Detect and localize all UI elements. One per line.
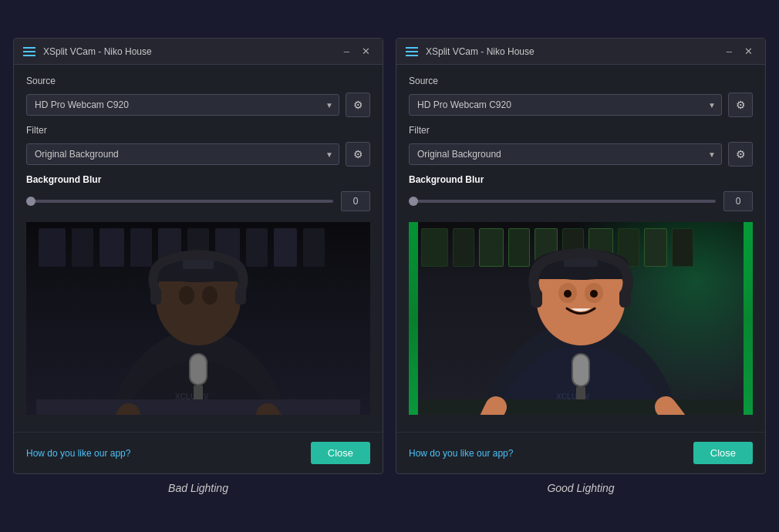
- caption-right-cell: Good Lighting: [396, 474, 766, 494]
- person-bright: XCLUSIV EARLY: [409, 222, 753, 415]
- svg-rect-33: [419, 399, 743, 415]
- source-select-right[interactable]: HD Pro Webcam C920: [409, 94, 722, 116]
- panel-footer-left: How do you like our app? Close: [14, 432, 383, 473]
- captions-row: Bad Lighting Good Lighting: [13, 474, 766, 494]
- caption-right: Good Lighting: [396, 482, 766, 494]
- blur-value-left: 0: [341, 191, 370, 211]
- svg-rect-8: [150, 288, 161, 305]
- person-dark: XCLUSIV EARLY: [26, 222, 370, 415]
- blur-row-right: 0: [409, 191, 753, 211]
- source-section-left: Source HD Pro Webcam C920 ▼ ⚙: [26, 76, 370, 117]
- window-title-right: XSplit VCam - Niko House: [426, 46, 716, 57]
- svg-rect-31: [573, 355, 588, 386]
- caption-left: Bad Lighting: [13, 482, 383, 494]
- video-area-left: XCLUSIV EARLY: [26, 222, 370, 415]
- source-label-left: Source: [26, 76, 370, 86]
- filter-gear-button-left[interactable]: ⚙: [346, 142, 370, 167]
- filter-select-wrapper-left: Original Background Background Blur Virt…: [26, 143, 339, 165]
- close-window-button-right[interactable]: ✕: [741, 45, 756, 58]
- scene-dark: XCLUSIV EARLY: [26, 222, 370, 415]
- source-gear-button-right[interactable]: ⚙: [728, 93, 753, 117]
- blur-label-left: Background Blur: [26, 174, 370, 185]
- filter-label-right: Filter: [409, 125, 753, 136]
- blur-value-right: 0: [723, 191, 753, 211]
- feedback-link-left[interactable]: How do you like our app?: [26, 448, 130, 459]
- close-window-button-left[interactable]: ✕: [359, 45, 373, 58]
- filter-gear-button-right[interactable]: ⚙: [728, 142, 753, 167]
- title-bar-right: XSplit VCam - Niko House – ✕: [396, 39, 765, 65]
- close-button-left[interactable]: Close: [311, 442, 370, 464]
- window-controls-right: – ✕: [723, 45, 756, 58]
- source-select-wrapper-right: HD Pro Webcam C920 ▼: [409, 94, 722, 116]
- right-panel: XSplit VCam - Niko House – ✕ Source HD P…: [396, 38, 766, 474]
- blur-slider-right[interactable]: [409, 200, 716, 203]
- panel-body-left: Source HD Pro Webcam C920 ▼ ⚙ Filter: [14, 65, 383, 429]
- source-row-right: HD Pro Webcam C920 ▼ ⚙: [409, 93, 753, 117]
- minimize-button-right[interactable]: –: [723, 45, 735, 58]
- svg-rect-25: [619, 289, 631, 308]
- title-bar-left: XSplit VCam - Niko House – ✕: [14, 39, 383, 65]
- svg-rect-15: [36, 399, 360, 415]
- svg-point-28: [564, 290, 572, 298]
- svg-rect-9: [235, 288, 246, 305]
- filter-row-left: Original Background Background Blur Virt…: [26, 142, 370, 167]
- svg-point-29: [590, 290, 598, 298]
- panel-body-right: Source HD Pro Webcam C920 ▼ ⚙ Filter: [396, 65, 765, 429]
- filter-select-right[interactable]: Original Background Background Blur Virt…: [409, 143, 722, 165]
- filter-label-left: Filter: [26, 125, 370, 136]
- source-section-right: Source HD Pro Webcam C920 ▼ ⚙: [409, 76, 753, 117]
- filter-select-wrapper-right: Original Background Background Blur Virt…: [409, 143, 722, 165]
- filter-row-right: Original Background Background Blur Virt…: [409, 142, 753, 167]
- blur-section-left: Background Blur 0: [26, 174, 370, 211]
- filter-section-right: Filter Original Background Background Bl…: [409, 125, 753, 167]
- panels-container: XSplit VCam - Niko House – ✕ Source HD P…: [13, 38, 766, 474]
- source-select-wrapper-left: HD Pro Webcam C920 ▼: [26, 94, 339, 116]
- svg-rect-24: [531, 289, 542, 308]
- blur-label-right: Background Blur: [409, 174, 753, 185]
- blur-row-left: 0: [26, 191, 370, 211]
- filter-select-left[interactable]: Original Background Background Blur Virt…: [26, 143, 339, 165]
- window-controls-left: – ✕: [341, 45, 373, 58]
- left-panel: XSplit VCam - Niko House – ✕ Source HD P…: [13, 38, 383, 474]
- source-gear-button-left[interactable]: ⚙: [346, 93, 370, 117]
- feedback-link-right[interactable]: How do you like our app?: [409, 448, 513, 459]
- caption-left-cell: Bad Lighting: [13, 474, 383, 494]
- window-title-left: XSplit VCam - Niko House: [43, 46, 333, 57]
- source-row-left: HD Pro Webcam C920 ▼ ⚙: [26, 93, 370, 117]
- panel-footer-right: How do you like our app? Close: [396, 432, 765, 473]
- minimize-button-left[interactable]: –: [341, 45, 352, 58]
- source-select-left[interactable]: HD Pro Webcam C920: [26, 94, 339, 116]
- menu-icon-left[interactable]: [23, 47, 35, 56]
- svg-rect-13: [191, 355, 206, 384]
- source-label-right: Source: [409, 76, 753, 86]
- svg-point-10: [179, 286, 194, 305]
- scene-bright: XCLUSIV EARLY: [409, 222, 753, 415]
- blur-slider-left[interactable]: [26, 200, 333, 203]
- close-button-right[interactable]: Close: [693, 442, 753, 464]
- video-area-right: XCLUSIV EARLY: [409, 222, 753, 415]
- menu-icon-right[interactable]: [406, 47, 418, 56]
- blur-section-right: Background Blur 0: [409, 174, 753, 211]
- svg-point-11: [202, 286, 218, 305]
- filter-section-left: Filter Original Background Background Bl…: [26, 125, 370, 167]
